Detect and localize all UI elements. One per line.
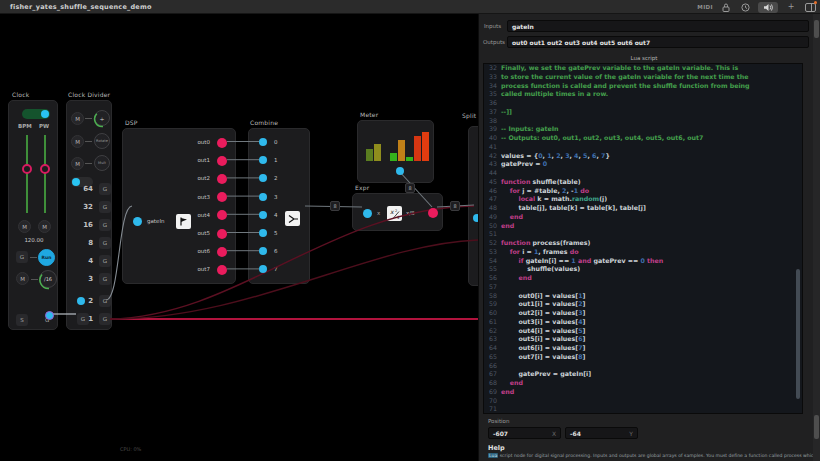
code-line: 70	[484, 397, 802, 406]
cpu-usage: CPU: 0%	[120, 446, 141, 452]
rate-knob-arc	[38, 269, 60, 291]
meter-input-port[interactable]	[396, 167, 404, 175]
dsp-gatein-port[interactable]	[133, 217, 142, 226]
divider-division-number: 2	[88, 297, 93, 305]
node-clock[interactable]: BPM PW M M 120.00 G Run M /16 S G	[8, 100, 58, 330]
node-expr[interactable]: x x 2 4 x/8	[352, 193, 443, 231]
combine-input-port[interactable]	[259, 211, 267, 219]
position-x-suffix: X	[552, 430, 556, 437]
bpm-mod-button[interactable]: M	[18, 220, 31, 233]
combine-input-port[interactable]	[259, 138, 267, 146]
position-y-field[interactable]: -64 Y	[565, 427, 638, 439]
expr-input-port[interactable]	[363, 209, 372, 218]
clock-icon[interactable]	[739, 2, 751, 13]
divider-gate-output[interactable]: G	[99, 219, 111, 231]
lua-code-editor[interactable]: 32Finally, we set the gatePrev variable …	[483, 63, 803, 414]
code-line: 40-- Outputs: out0, out1, out2, out3, ou…	[484, 134, 802, 143]
rate-knob[interactable]: /16	[39, 270, 57, 288]
node-combine[interactable]: 01234567	[248, 128, 310, 284]
speaker-icon[interactable]	[758, 2, 778, 13]
combine-input-port[interactable]	[259, 247, 267, 255]
pw-label: PW	[39, 123, 49, 129]
position-y-suffix: Y	[629, 430, 633, 437]
code-line: 56 end	[484, 274, 802, 283]
editor-scrollbar-thumb[interactable]	[796, 269, 800, 399]
divider-gate-output[interactable]: G	[99, 255, 111, 267]
line-number: 36	[484, 99, 501, 108]
line-number: 69	[484, 388, 501, 397]
combine-input-port[interactable]	[259, 156, 267, 164]
lock-icon[interactable]	[720, 2, 732, 13]
node-meter[interactable]	[357, 120, 434, 183]
pw-slider-knob[interactable]	[40, 164, 50, 174]
svg-text:2: 2	[395, 209, 397, 213]
dsp-output-port[interactable]	[217, 265, 227, 275]
divider-gate-output[interactable]: G	[99, 273, 111, 285]
dsp-output-port[interactable]	[217, 247, 227, 257]
combine-input-port[interactable]	[259, 193, 267, 201]
divider-gate-output[interactable]: G	[99, 237, 111, 249]
divider-gate-output[interactable]: G	[99, 201, 111, 213]
code-line: 57	[484, 283, 802, 292]
sync-port[interactable]: S	[16, 314, 28, 326]
node-dsp[interactable]: gateIn out0out1out2out3out4out5out6out7	[122, 128, 236, 284]
position-x-field[interactable]: -607 X	[488, 427, 561, 439]
line-number: 68	[484, 379, 501, 388]
combine-merge-icon	[285, 211, 300, 226]
node-clock-divider[interactable]: M ÷ M Rotate M Mult 64G32G16G8G4G3G2GG1G	[66, 100, 112, 330]
code-line: 39-- Inputs: gateIn	[484, 125, 802, 134]
title-bar: fisher_yates_shuffle_sequence_demo MIDI …	[0, 0, 820, 14]
divider-division-number: 64	[83, 185, 93, 193]
bpm-slider-track	[26, 135, 28, 213]
panel-scrollbar-thumb-top[interactable]	[814, 20, 819, 38]
rate-mod-button[interactable]: M	[16, 272, 29, 285]
divider-clock-input-port[interactable]	[77, 297, 85, 305]
divider-gate-output[interactable]: G	[99, 183, 111, 195]
help-text: Lua script node for digital signal proce…	[488, 453, 818, 458]
channel-badge: 8	[405, 183, 415, 193]
clock-output-port[interactable]	[45, 311, 54, 320]
code-line: 59 out1[i] = values[2]	[484, 300, 802, 309]
meter-bar	[366, 149, 373, 161]
panel-scrollbar-thumb-bottom[interactable]	[814, 415, 819, 439]
line-number: 64	[484, 344, 501, 353]
combine-input-port[interactable]	[259, 265, 267, 273]
dsp-output-port[interactable]	[217, 138, 227, 148]
midi-button[interactable]: MIDI	[697, 4, 713, 10]
dsp-output-port[interactable]	[217, 174, 227, 184]
panel-toggle-icon[interactable]	[804, 2, 816, 13]
run-button[interactable]: Run	[38, 249, 55, 266]
dsp-output-label: out7	[197, 266, 210, 272]
line-number: 61	[484, 318, 501, 327]
code-line: 53 for i = 1, frames do	[484, 248, 802, 257]
line-number: 53	[484, 248, 501, 257]
add-icon[interactable]: +	[785, 2, 797, 13]
line-number: 66	[484, 362, 501, 371]
line-number: 59	[484, 300, 501, 309]
dsp-output-port[interactable]	[217, 210, 227, 220]
meter-bar	[422, 132, 429, 161]
divider-division-number: 8	[88, 239, 93, 247]
code-line: 71	[484, 405, 802, 414]
dsp-output-port[interactable]	[217, 192, 227, 202]
pw-mod-button[interactable]: M	[38, 220, 51, 233]
channel-badge: 8	[450, 201, 460, 211]
dsp-output-port[interactable]	[217, 156, 227, 166]
app-window: fisher_yates_shuffle_sequence_demo MIDI …	[0, 0, 820, 461]
run-gate-port[interactable]: G	[16, 251, 28, 263]
inputs-field[interactable]: gateIn	[507, 20, 809, 32]
dsp-output-port[interactable]	[217, 229, 227, 239]
combine-input-label: 7	[274, 266, 278, 272]
outputs-field[interactable]: out0 out1 out2 out3 out4 out5 out6 out7	[507, 36, 809, 48]
combine-input-port[interactable]	[259, 229, 267, 237]
divider-gate-output[interactable]: G	[99, 313, 111, 325]
line-number: 62	[484, 327, 501, 336]
bpm-slider-knob[interactable]	[22, 164, 32, 174]
divider-gate-output[interactable]: G	[99, 295, 111, 307]
clock-run-toggle[interactable]	[22, 109, 50, 119]
dsp-output-label: out6	[197, 248, 210, 254]
panel-scrollbar[interactable]	[813, 14, 820, 461]
code-line: 62 out4[i] = values[5]	[484, 327, 802, 336]
combine-input-port[interactable]	[259, 174, 267, 182]
expr-output-port[interactable]	[428, 208, 438, 218]
